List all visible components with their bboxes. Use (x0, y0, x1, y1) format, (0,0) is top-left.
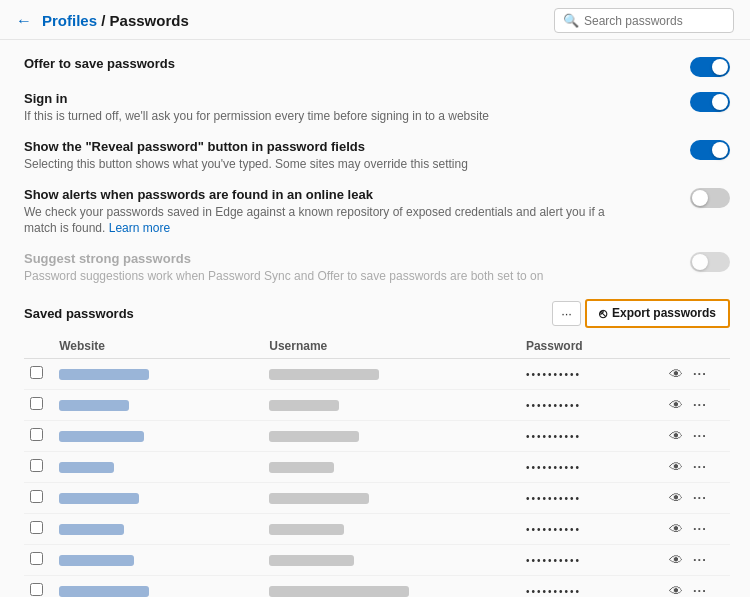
breadcrumb-current: Passwords (110, 12, 189, 29)
password-dots: •••••••••• (526, 462, 581, 473)
saved-passwords-title: Saved passwords (24, 306, 134, 321)
breadcrumb: Profiles / Passwords (42, 12, 189, 29)
table-row: •••••••••• 👁 ··· (24, 513, 730, 544)
col-header-actions (660, 334, 730, 359)
row-checkbox[interactable] (30, 521, 43, 534)
row-checkbox[interactable] (30, 397, 43, 410)
password-dots: •••••••••• (526, 400, 581, 411)
toggle-offer-save[interactable] (690, 57, 730, 77)
setting-strong-passwords-desc: Password suggestions work when Password … (24, 268, 624, 285)
row-checkbox[interactable] (30, 490, 43, 503)
row-checkbox[interactable] (30, 583, 43, 596)
learn-more-link[interactable]: Learn more (109, 221, 170, 235)
row-website (53, 544, 263, 575)
row-actions-cell: 👁 ··· (660, 575, 730, 597)
reveal-password-button[interactable]: 👁 (666, 396, 686, 414)
row-checkbox[interactable] (30, 459, 43, 472)
row-actions-cell: 👁 ··· (660, 482, 730, 513)
row-more-button[interactable]: ··· (690, 551, 710, 568)
row-checkbox[interactable] (30, 428, 43, 441)
row-checkbox-cell (24, 420, 53, 451)
export-passwords-button[interactable]: ⎋ Export passwords (585, 299, 730, 328)
toggle-online-leak[interactable] (690, 188, 730, 208)
row-checkbox-cell (24, 389, 53, 420)
reveal-password-button[interactable]: 👁 (666, 489, 686, 507)
passwords-table: Website Username Password •••••••••• (24, 334, 730, 597)
setting-reveal-password: Show the "Reveal password" button in pas… (24, 139, 730, 173)
row-password: •••••••••• (520, 420, 660, 451)
row-checkbox-cell (24, 451, 53, 482)
row-actions-cell: 👁 ··· (660, 544, 730, 575)
content-area: Offer to save passwords Sign in If this … (0, 40, 750, 597)
row-username (263, 544, 520, 575)
setting-sign-in-title: Sign in (24, 91, 624, 106)
more-options-button[interactable]: ··· (552, 301, 581, 326)
setting-strong-passwords-title: Suggest strong passwords (24, 251, 624, 266)
search-icon: 🔍 (563, 13, 579, 28)
row-more-button[interactable]: ··· (690, 427, 710, 444)
row-website (53, 420, 263, 451)
row-more-button[interactable]: ··· (690, 489, 710, 506)
row-more-button[interactable]: ··· (690, 582, 710, 597)
col-header-check (24, 334, 53, 359)
toggle-sign-in[interactable] (690, 92, 730, 112)
row-website (53, 389, 263, 420)
setting-sign-in-desc: If this is turned off, we'll ask you for… (24, 108, 624, 125)
row-username (263, 451, 520, 482)
row-checkbox[interactable] (30, 366, 43, 379)
password-dots: •••••••••• (526, 524, 581, 535)
row-actions-cell: 👁 ··· (660, 513, 730, 544)
row-more-button[interactable]: ··· (690, 365, 710, 382)
row-password: •••••••••• (520, 482, 660, 513)
row-more-button[interactable]: ··· (690, 520, 710, 537)
table-row: •••••••••• 👁 ··· (24, 389, 730, 420)
row-more-button[interactable]: ··· (690, 396, 710, 413)
toggle-reveal-password[interactable] (690, 140, 730, 160)
password-dots: •••••••••• (526, 369, 581, 380)
reveal-password-button[interactable]: 👁 (666, 551, 686, 569)
row-password: •••••••••• (520, 513, 660, 544)
search-box[interactable]: 🔍 (554, 8, 734, 33)
row-checkbox[interactable] (30, 552, 43, 565)
table-row: •••••••••• 👁 ··· (24, 544, 730, 575)
password-dots: •••••••••• (526, 586, 581, 597)
setting-offer-save-title: Offer to save passwords (24, 56, 624, 71)
row-username (263, 389, 520, 420)
col-header-password: Password (520, 334, 660, 359)
breadcrumb-container: ← Profiles / Passwords (12, 11, 189, 31)
row-username (263, 513, 520, 544)
reveal-password-button[interactable]: 👁 (666, 458, 686, 476)
saved-passwords-actions: ··· ⎋ Export passwords (552, 299, 730, 328)
breadcrumb-separator: / (101, 12, 109, 29)
page: ← Profiles / Passwords 🔍 Offer to save p… (0, 0, 750, 597)
password-dots: •••••••••• (526, 555, 581, 566)
row-password: •••••••••• (520, 544, 660, 575)
row-username (263, 482, 520, 513)
back-button[interactable]: ← (12, 11, 36, 31)
row-actions-cell: 👁 ··· (660, 451, 730, 482)
reveal-password-button[interactable]: 👁 (666, 427, 686, 445)
setting-sign-in: Sign in If this is turned off, we'll ask… (24, 91, 730, 125)
reveal-password-button[interactable]: 👁 (666, 582, 686, 597)
password-dots: •••••••••• (526, 431, 581, 442)
table-row: •••••••••• 👁 ··· (24, 451, 730, 482)
row-checkbox-cell (24, 575, 53, 597)
reveal-password-button[interactable]: 👁 (666, 520, 686, 538)
row-checkbox-cell (24, 513, 53, 544)
row-username (263, 420, 520, 451)
setting-online-leak-title: Show alerts when passwords are found in … (24, 187, 624, 202)
setting-reveal-title: Show the "Reveal password" button in pas… (24, 139, 624, 154)
saved-passwords-header: Saved passwords ··· ⎋ Export passwords (24, 299, 730, 328)
row-actions-cell: 👁 ··· (660, 389, 730, 420)
row-more-button[interactable]: ··· (690, 458, 710, 475)
search-input[interactable] (584, 14, 724, 28)
row-password: •••••••••• (520, 389, 660, 420)
row-actions-cell: 👁 ··· (660, 420, 730, 451)
row-website (53, 575, 263, 597)
col-header-username: Username (263, 334, 520, 359)
reveal-password-button[interactable]: 👁 (666, 365, 686, 383)
setting-offer-save: Offer to save passwords (24, 56, 730, 77)
breadcrumb-profiles-link[interactable]: Profiles (42, 12, 97, 29)
table-row: •••••••••• 👁 ··· (24, 575, 730, 597)
page-header: ← Profiles / Passwords 🔍 (0, 0, 750, 40)
